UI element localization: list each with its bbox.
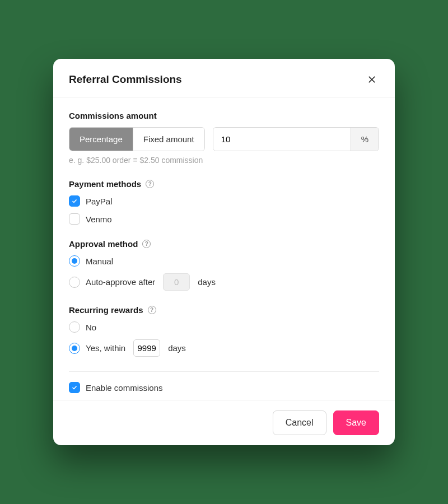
modal-header: Referral Commissions <box>53 59 395 97</box>
commissions-amount-label: Commissions amount <box>69 111 379 120</box>
radio-manual[interactable] <box>69 255 80 267</box>
payment-methods-label-text: Payment methods <box>69 179 141 189</box>
help-icon[interactable]: ? <box>148 306 156 314</box>
modal-body: Commissions amount Percentage Fixed amou… <box>53 97 395 400</box>
referral-commissions-modal: Referral Commissions Commissions amount … <box>53 59 395 445</box>
approval-option-auto[interactable]: Auto-approve after days <box>69 273 379 291</box>
recurring-option-no[interactable]: No <box>69 321 379 333</box>
section-payment-methods: Payment methods ? PayPal Venmo <box>69 179 379 225</box>
divider <box>69 371 379 372</box>
save-button[interactable]: Save <box>333 410 379 435</box>
venmo-label: Venmo <box>86 214 112 224</box>
section-recurring-rewards: Recurring rewards ? No Yes, within days <box>69 305 379 357</box>
commission-hint: e. g. $25.00 order = $2.50 commission <box>69 156 379 165</box>
recurring-no-label: No <box>86 323 96 332</box>
modal-title: Referral Commissions <box>69 73 182 86</box>
payment-methods-label: Payment methods ? <box>69 179 379 189</box>
manual-label: Manual <box>86 256 113 266</box>
close-icon <box>367 74 377 85</box>
recurring-option-yes[interactable]: Yes, within days <box>69 339 379 357</box>
recurring-rewards-label: Recurring rewards ? <box>69 305 379 315</box>
radio-recurring-no[interactable] <box>69 321 80 333</box>
auto-approve-days-input <box>163 273 190 291</box>
approval-method-label-text: Approval method <box>69 239 138 249</box>
section-approval-method: Approval method ? Manual Auto-approve af… <box>69 239 379 291</box>
commission-amount-input[interactable] <box>213 128 351 151</box>
checkbox-paypal[interactable] <box>69 195 80 207</box>
commission-amount-input-wrap: % <box>213 127 379 151</box>
payment-option-paypal[interactable]: PayPal <box>69 195 379 207</box>
cancel-button[interactable]: Cancel <box>273 410 326 435</box>
commission-unit: % <box>351 128 379 151</box>
radio-auto-approve[interactable] <box>69 277 80 288</box>
checkbox-enable-commissions[interactable] <box>69 382 80 393</box>
tab-fixed-amount[interactable]: Fixed amount <box>133 128 204 151</box>
enable-commissions-label: Enable commissions <box>86 383 163 393</box>
close-button[interactable] <box>365 72 379 87</box>
approval-method-label: Approval method ? <box>69 239 379 249</box>
auto-approve-suffix: days <box>198 277 216 287</box>
section-commissions-amount: Commissions amount Percentage Fixed amou… <box>69 111 379 165</box>
help-icon[interactable]: ? <box>146 180 154 188</box>
check-icon <box>71 198 78 204</box>
checkbox-venmo[interactable] <box>69 213 80 225</box>
help-icon[interactable]: ? <box>142 240 151 248</box>
commissions-amount-row: Percentage Fixed amount % <box>69 127 379 151</box>
radio-recurring-yes[interactable] <box>69 343 80 354</box>
payment-option-venmo[interactable]: Venmo <box>69 213 379 225</box>
modal-footer: Cancel Save <box>53 400 395 445</box>
enable-commissions-row[interactable]: Enable commissions <box>69 382 379 393</box>
recurring-yes-prefix: Yes, within <box>86 343 125 353</box>
paypal-label: PayPal <box>86 197 113 206</box>
commission-type-segmented: Percentage Fixed amount <box>69 127 205 151</box>
recurring-days-input[interactable] <box>133 339 160 357</box>
tab-percentage[interactable]: Percentage <box>69 128 133 151</box>
approval-option-manual[interactable]: Manual <box>69 255 379 267</box>
recurring-rewards-label-text: Recurring rewards <box>69 305 143 315</box>
recurring-yes-suffix: days <box>168 343 186 353</box>
check-icon <box>71 384 78 391</box>
auto-approve-prefix: Auto-approve after <box>86 277 155 287</box>
